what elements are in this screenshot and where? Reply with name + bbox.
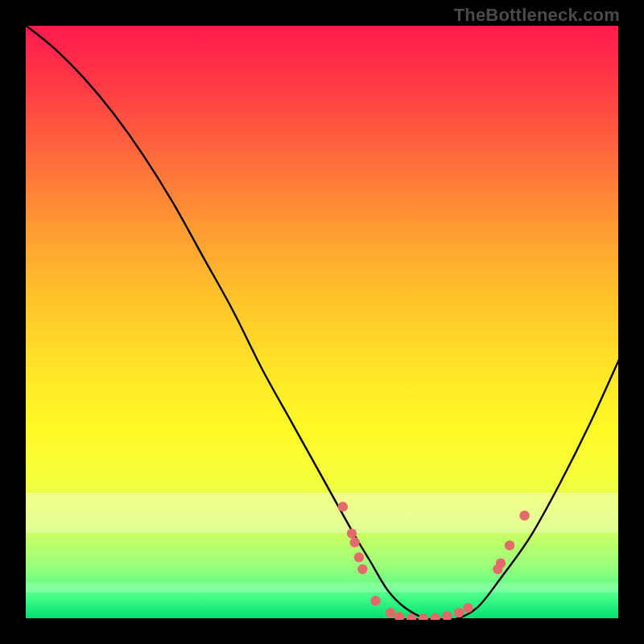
plot-svg — [24, 24, 620, 620]
scatter-point — [496, 559, 506, 568]
scatter-point — [357, 564, 367, 574]
scatter-point — [519, 510, 529, 520]
scatter-point — [454, 608, 464, 617]
scatter-point — [386, 608, 395, 617]
scatter-point — [419, 613, 428, 620]
scatter-point — [350, 538, 360, 547]
scatter-point — [505, 540, 514, 550]
scatter-point — [354, 552, 364, 562]
scatter-point — [370, 596, 380, 605]
scatter-point — [347, 529, 357, 539]
scatter-point — [394, 612, 404, 620]
scatter-point — [463, 603, 473, 613]
chart-stage: TheBottleneck.com — [0, 0, 644, 644]
scatter-point — [442, 611, 452, 620]
scatter-point — [430, 613, 440, 620]
scatter-point — [338, 502, 348, 511]
scatter-points-group — [338, 502, 530, 620]
bottleneck-curve — [24, 24, 620, 620]
watermark-text: TheBottleneck.com — [454, 5, 620, 26]
